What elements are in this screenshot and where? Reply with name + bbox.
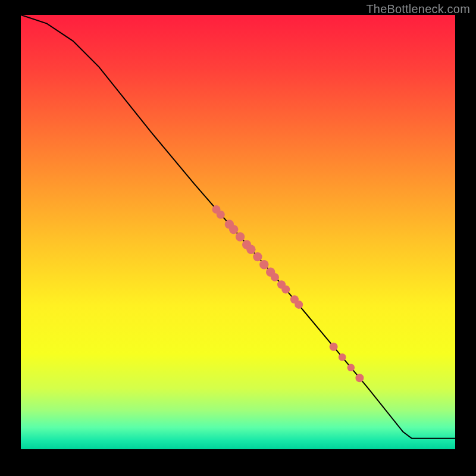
chart-dot <box>253 252 262 261</box>
chart-dot <box>246 245 255 254</box>
chart-dot <box>271 273 279 281</box>
chart-dot <box>347 364 355 372</box>
chart-curve <box>21 15 455 439</box>
chart-dot <box>339 353 346 361</box>
chart-dot <box>217 211 225 219</box>
chart-dot <box>295 300 303 309</box>
chart-dot <box>355 374 364 382</box>
chart-dot <box>259 260 268 269</box>
chart-dot <box>229 225 238 234</box>
chart-dot <box>281 285 290 293</box>
chart-dot <box>236 232 245 241</box>
chart-svg <box>0 0 476 476</box>
chart-dot <box>330 343 338 351</box>
